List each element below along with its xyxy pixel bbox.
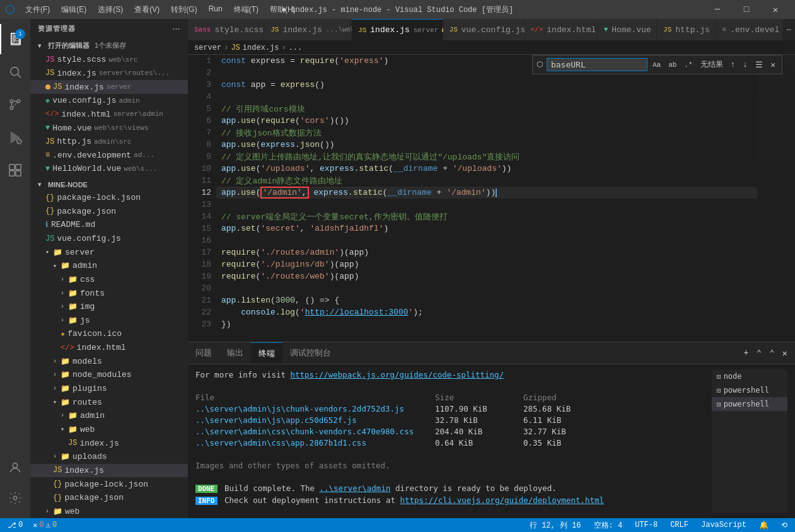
panel-add-btn[interactable]: + bbox=[741, 345, 751, 361]
run-debug-icon[interactable] bbox=[0, 122, 30, 153]
tree-index-html[interactable]: </> index.html bbox=[30, 341, 188, 355]
status-position[interactable]: 行 12, 列 16 bbox=[527, 520, 584, 531]
case-sensitive-btn[interactable]: Aa bbox=[650, 60, 663, 70]
tree-node-modules-folder[interactable]: › 📁 node_modules bbox=[30, 368, 188, 382]
panel-tab-output[interactable]: 输出 bbox=[219, 342, 251, 364]
menu-goto[interactable]: 转到(G) bbox=[166, 3, 202, 16]
open-file-http-js[interactable]: JS http.js admin\src bbox=[30, 135, 188, 149]
file-link[interactable]: ..\server\admin\css\chunk-vendors.c470e9… bbox=[195, 426, 435, 437]
tree-readme[interactable]: ℹ README.md bbox=[30, 218, 188, 232]
file-link[interactable]: ..\server\admin\js\app.c50d652f.js bbox=[195, 415, 435, 426]
tree-routes-web-index[interactable]: JS index.js bbox=[30, 436, 188, 450]
tree-favicon[interactable]: ★ favicon.ico bbox=[30, 327, 188, 341]
minimize-button[interactable]: ─ bbox=[703, 0, 732, 19]
open-editors-section[interactable]: ▾ 打开的编辑器 1个未保存 bbox=[30, 38, 188, 53]
tree-routes-web-folder[interactable]: ▾ 📁 web bbox=[30, 423, 188, 437]
tree-server-folder[interactable]: ▾ 📁 server bbox=[30, 245, 188, 259]
panel-tab-debug[interactable]: 调试控制台 bbox=[282, 342, 339, 364]
open-file-index-js-server[interactable]: JS index.js server bbox=[30, 80, 188, 94]
sidebar-more-icon[interactable]: ··· bbox=[173, 25, 180, 33]
status-spaces[interactable]: 空格: 4 bbox=[591, 520, 625, 531]
menu-file[interactable]: 文件(F) bbox=[20, 3, 55, 16]
tree-package-lock[interactable]: {} package-lock.json bbox=[30, 191, 188, 205]
deployment-link[interactable]: https://cli.vuejs.org/guide/deployment.h… bbox=[400, 495, 604, 505]
status-encoding[interactable]: UTF-8 bbox=[632, 521, 660, 529]
terminal-powershell-1[interactable]: ⊡ powershell bbox=[712, 383, 787, 397]
settings-icon[interactable] bbox=[0, 483, 30, 513]
search-activity-icon[interactable] bbox=[0, 57, 30, 87]
tree-pkg-lock[interactable]: {} package-lock.json bbox=[30, 477, 188, 491]
breadcrumb-more[interactable]: ... bbox=[289, 43, 303, 52]
find-prev-icon[interactable]: ↑ bbox=[728, 59, 738, 71]
source-control-icon[interactable] bbox=[0, 90, 30, 120]
tree-routes-folder[interactable]: ▾ 📁 routes bbox=[30, 395, 188, 409]
extensions-icon[interactable] bbox=[0, 155, 30, 185]
tab-http-js[interactable]: JS http.js ✕ bbox=[657, 19, 716, 40]
menu-edit[interactable]: 编辑(E) bbox=[56, 3, 91, 16]
line-num: 10 bbox=[188, 163, 211, 175]
open-file-home-vue[interactable]: ▼ Home.vue web\src\views bbox=[30, 121, 188, 135]
tree-routes-admin-folder[interactable]: › 📁 admin bbox=[30, 409, 188, 423]
terminal-node[interactable]: ⊡ node bbox=[712, 369, 787, 383]
panel-tab-problems[interactable]: 问题 bbox=[188, 342, 219, 364]
panel-tab-terminal[interactable]: 终端 bbox=[251, 342, 282, 364]
file-link[interactable]: ..\server\admin\css\app.2867b1d1.css bbox=[195, 437, 435, 449]
tree-package-json[interactable]: {} package.json bbox=[30, 204, 188, 218]
tab-style-scss[interactable]: Sass style.scss ✕ bbox=[188, 19, 264, 40]
regex-btn[interactable]: .* bbox=[682, 60, 695, 70]
open-file-index-html[interactable]: </> index.html server\admin bbox=[30, 108, 188, 122]
tree-uploads-folder[interactable]: › 📁 uploads bbox=[30, 450, 188, 464]
menu-view[interactable]: 查看(V) bbox=[129, 3, 165, 16]
breadcrumb-server[interactable]: server bbox=[194, 43, 221, 52]
file-link[interactable]: ..\server\admin\js\chunk-vendors.2dd752d… bbox=[195, 403, 435, 415]
tree-fonts-folder[interactable]: › 📁 fonts bbox=[30, 286, 188, 300]
status-errors[interactable]: ✕ 0 ⚠ 0 bbox=[30, 521, 59, 530]
menu-select[interactable]: 选择(S) bbox=[93, 3, 128, 16]
tree-pkg-json[interactable]: {} package.json bbox=[30, 491, 188, 505]
terminal-powershell-2[interactable]: ⊡ powershell bbox=[712, 397, 787, 411]
breadcrumb-filename[interactable]: index.js bbox=[243, 43, 279, 52]
tree-web-folder[interactable]: › 📁 web bbox=[30, 505, 188, 519]
project-section[interactable]: ▾ MINE-NODE bbox=[30, 178, 188, 191]
open-file-vue-config[interactable]: ◈ vue.config.js admin bbox=[30, 94, 188, 108]
explorer-icon[interactable]: 1 bbox=[0, 24, 30, 54]
menu-run[interactable]: Run bbox=[204, 3, 228, 16]
find-list-icon[interactable]: ☰ bbox=[753, 59, 765, 71]
tree-index-js-active[interactable]: JS index.js bbox=[30, 464, 188, 478]
tab-env[interactable]: ≡ .env.devel ✕ bbox=[716, 19, 783, 40]
tree-plugins-folder[interactable]: › 📁 plugins bbox=[30, 382, 188, 396]
find-close-icon[interactable]: ✕ bbox=[768, 59, 778, 71]
open-file-env[interactable]: ≡ .env.development ad... bbox=[30, 148, 188, 162]
maximize-button[interactable]: □ bbox=[732, 0, 761, 19]
status-sync[interactable]: ⟲ bbox=[779, 521, 790, 530]
status-eol[interactable]: CRLF bbox=[668, 521, 691, 529]
tree-vue-config[interactable]: JS vue.config.js bbox=[30, 232, 188, 246]
tab-index-html[interactable]: </> index.html ✕ bbox=[525, 19, 598, 40]
menu-terminal[interactable]: 终端(T) bbox=[229, 3, 264, 16]
admin-link[interactable]: ..\server\admin bbox=[320, 483, 391, 493]
panel-maximize-btn[interactable]: ⌃ bbox=[767, 345, 777, 361]
tree-admin-folder[interactable]: ▾ 📁 admin bbox=[30, 259, 188, 273]
status-language[interactable]: JavaScript bbox=[699, 521, 749, 529]
tree-css-folder[interactable]: › 📁 css bbox=[30, 273, 188, 287]
tree-models-folder[interactable]: › 📁 models bbox=[30, 354, 188, 368]
status-branch[interactable]: ⎇ 0 bbox=[5, 521, 25, 530]
tab-index-js-web[interactable]: JS index.js ...\web ✕ bbox=[264, 19, 352, 40]
panel-close-btn[interactable]: ✕ bbox=[780, 345, 790, 361]
tree-js-folder[interactable]: › 📁 js bbox=[30, 314, 188, 328]
open-file-hello-vue[interactable]: ▼ HelloWorld.vue web\s... bbox=[30, 162, 188, 176]
account-icon[interactable] bbox=[0, 453, 30, 483]
code-editor[interactable]: const express = require('express') const… bbox=[216, 55, 757, 342]
close-button[interactable]: ✕ bbox=[761, 0, 790, 19]
status-notifications[interactable]: 🔔 bbox=[757, 521, 771, 530]
open-file-style-scss[interactable]: JS style.scss web\src bbox=[30, 53, 188, 67]
find-next-icon[interactable]: ↓ bbox=[740, 59, 750, 71]
open-file-index-js-routes[interactable]: JS index.js server\routes\... bbox=[30, 67, 188, 81]
tree-img-folder[interactable]: › 📁 img bbox=[30, 300, 188, 314]
find-input[interactable] bbox=[547, 58, 647, 71]
tab-index-js-server[interactable]: JS index.js server ✕ bbox=[352, 19, 443, 40]
webpack-link[interactable]: https://webpack.js.org/guides/code-split… bbox=[291, 370, 504, 379]
panel-up-btn[interactable]: ⌃ bbox=[754, 345, 764, 361]
whole-word-btn[interactable]: ab bbox=[666, 60, 679, 70]
tab-home-vue[interactable]: ▼ Home.vue ✕ bbox=[598, 19, 657, 40]
